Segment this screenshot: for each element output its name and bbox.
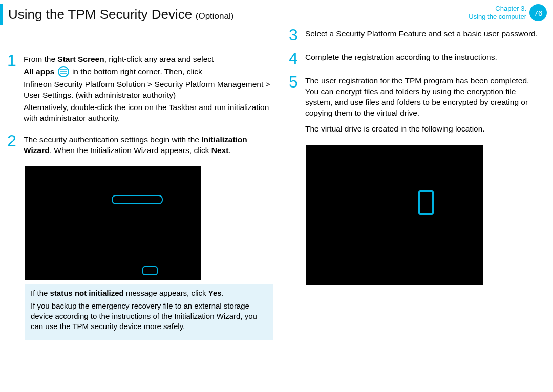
step-body: The security authentication settings beg… [24, 135, 273, 158]
text: , right-click any area and select [104, 55, 214, 63]
text: The security authentication settings beg… [24, 135, 201, 144]
right-column: 3 Select a Security Platform Feature and… [289, 54, 544, 340]
text: If you backup the emergency recovery ﬁle… [31, 301, 267, 332]
text: . [228, 146, 230, 155]
text: . When the Initialization Wizard appears… [50, 146, 211, 155]
step-number: 1 [7, 52, 24, 69]
highlight-box-icon [142, 266, 158, 275]
text-bold: Start Screen [57, 55, 104, 63]
step-2: 2 The security authentication settings b… [7, 135, 273, 158]
chapter-number: Chapter 3. [469, 5, 526, 13]
chapter-info: Chapter 3. Using the computer [469, 5, 526, 21]
step-body: From the Start Screen, right-click any a… [24, 54, 273, 125]
step-3: 3 Select a Security Platform Feature and… [289, 29, 544, 43]
text-bold: status not initialized [50, 289, 124, 297]
wizard-screenshot-placeholder [25, 166, 201, 280]
step-number: 2 [7, 133, 24, 149]
step-5: 5 The user registration for the TPM prog… [289, 76, 544, 136]
step-number: 5 [289, 74, 305, 90]
text: Complete the registration according to t… [305, 52, 497, 63]
title-accent-bar [0, 4, 3, 25]
step-1: 1 From the Start Screen, right-click any… [7, 54, 273, 125]
chapter-name: Using the computer [469, 13, 526, 21]
step-body: The user registration for the TPM progra… [305, 76, 544, 136]
page-title-optional: (Optional) [196, 11, 234, 21]
page-number: 76 [534, 9, 543, 17]
step-number: 3 [289, 27, 305, 43]
virtual-drive-screenshot-placeholder [306, 145, 483, 285]
highlight-box-icon [112, 195, 163, 204]
text-bold: Yes [208, 289, 222, 297]
text: Alternatively, double-click the [24, 103, 128, 112]
left-column: 1 From the Start Screen, right-click any… [7, 54, 273, 340]
text: message appears, click [124, 289, 208, 297]
content-columns: 1 From the Start Screen, right-click any… [0, 29, 553, 345]
text: Inﬁneon Security Platform Solution > Sec… [24, 79, 273, 101]
text: in the bottom right corner. Then, click [72, 67, 202, 76]
step-body: Complete the registration according to t… [305, 52, 497, 64]
text: . [222, 289, 224, 297]
header: Using the TPM Security Device (Optional)… [0, 0, 553, 29]
note-box: If the status not initialized message ap… [25, 284, 273, 340]
text: From the [24, 55, 57, 63]
page-title: Using the TPM Security Device [8, 7, 192, 22]
text-bold: All apps [24, 67, 57, 76]
step-number: 4 [289, 50, 305, 67]
all-apps-icon [58, 66, 69, 77]
step-4: 4 Complete the registration according to… [289, 52, 544, 67]
header-right: Chapter 3. Using the computer 76 [469, 4, 547, 21]
text: If the [31, 289, 50, 297]
title-block: Using the TPM Security Device (Optional) [0, 4, 233, 25]
text-bold: Next [211, 146, 229, 155]
highlight-device-icon [418, 190, 434, 215]
text: The user registration for the TPM progra… [305, 76, 544, 119]
text: The virtual drive is created in the foll… [305, 124, 544, 135]
step-body: Select a Security Platform Feature and s… [305, 29, 538, 41]
page-number-badge: 76 [529, 4, 547, 21]
text: Select a Security Platform Feature and s… [305, 29, 538, 39]
